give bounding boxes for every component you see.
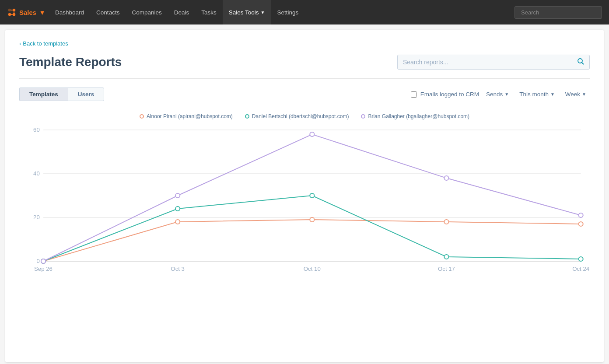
svg-point-24 [310, 217, 314, 222]
nav-items-list: Dashboard Contacts Companies Deals Tasks… [49, 0, 514, 24]
week-filter-dropdown[interactable]: Week ▼ [562, 89, 590, 99]
svg-point-25 [444, 220, 448, 224]
back-arrow-icon: ‹ [19, 40, 21, 47]
legend-dot-brian [361, 114, 365, 119]
tab-templates[interactable]: Templates [19, 88, 68, 101]
brand-caret: ▼ [39, 9, 46, 16]
legend-label-alnoor: Alnoor Pirani (apirani@hubspot.com) [147, 113, 233, 119]
svg-point-3 [8, 9, 11, 11]
nav-item-deals[interactable]: Deals [168, 0, 196, 24]
search-reports-wrap [397, 55, 590, 70]
tab-group: Templates Users [19, 88, 104, 101]
search-reports-input[interactable] [403, 59, 577, 66]
emails-logged-checkbox[interactable] [411, 91, 417, 98]
svg-text:Oct 24: Oct 24 [572, 266, 589, 272]
legend-dot-daniel [245, 114, 249, 119]
svg-line-8 [582, 63, 584, 64]
filters-right: Emails logged to CRM Sends ▼ This month … [411, 89, 590, 99]
nav-item-sales-tools[interactable]: Sales Tools ▼ [223, 0, 271, 24]
svg-point-2 [8, 13, 11, 16]
page-wrapper: ‹ Back to templates Template Reports Tem… [5, 30, 604, 362]
nav-item-contacts[interactable]: Contacts [90, 0, 126, 24]
emails-logged-label: Emails logged to CRM [420, 91, 479, 98]
svg-text:Sep 26: Sep 26 [34, 266, 52, 272]
sales-tools-caret: ▼ [261, 10, 265, 15]
sends-caret-icon: ▼ [504, 92, 509, 97]
back-to-templates-link[interactable]: ‹ Back to templates [19, 40, 590, 47]
legend-label-daniel: Daniel Bertschi (dbertschi@hubspot.com) [252, 113, 349, 119]
global-search-input[interactable] [514, 6, 602, 19]
svg-point-28 [175, 206, 180, 211]
svg-point-29 [310, 193, 314, 198]
legend-item-brian: Brian Gallagher (bgallagher@hubspot.com) [361, 113, 469, 119]
header-row: Template Reports [19, 55, 590, 70]
page-title: Template Reports [19, 55, 122, 69]
svg-point-23 [175, 220, 180, 224]
svg-text:0: 0 [36, 258, 39, 264]
svg-point-31 [579, 257, 583, 261]
legend-dot-alnoor [140, 114, 144, 119]
nav-item-companies[interactable]: Companies [126, 0, 168, 24]
svg-point-30 [444, 255, 448, 259]
nav-item-settings[interactable]: Settings [271, 0, 304, 24]
line-chart-svg: 0204060Sep 26Oct 3Oct 10Oct 17Oct 24 [19, 126, 590, 283]
svg-point-0 [13, 9, 15, 11]
this-month-caret-icon: ▼ [550, 92, 555, 97]
page-content: ‹ Back to templates Template Reports Tem… [5, 30, 604, 297]
svg-text:40: 40 [33, 170, 40, 177]
top-navigation: Sales ▼ Dashboard Contacts Companies Dea… [0, 0, 609, 24]
week-caret-icon: ▼ [582, 92, 586, 97]
brand-label: Sales [19, 9, 36, 16]
tab-users[interactable]: Users [68, 88, 105, 101]
search-icon [577, 58, 584, 65]
svg-point-33 [175, 193, 180, 198]
brand-logo[interactable]: Sales ▼ [7, 7, 46, 17]
svg-point-1 [13, 13, 15, 16]
nav-item-tasks[interactable]: Tasks [195, 0, 223, 24]
controls-row: Templates Users Emails logged to CRM Sen… [19, 88, 590, 101]
emails-logged-checkbox-label[interactable]: Emails logged to CRM [411, 91, 479, 98]
nav-item-dashboard[interactable]: Dashboard [49, 0, 90, 24]
back-link-label: Back to templates [23, 40, 68, 47]
legend-item-daniel: Daniel Bertschi (dbertschi@hubspot.com) [245, 113, 349, 119]
this-month-filter-dropdown[interactable]: This month ▼ [516, 89, 558, 99]
svg-point-26 [579, 222, 583, 226]
hubspot-icon [7, 7, 17, 17]
svg-point-35 [444, 176, 448, 180]
svg-text:20: 20 [33, 214, 40, 220]
sends-filter-dropdown[interactable]: Sends ▼ [483, 89, 512, 99]
svg-text:60: 60 [33, 126, 40, 133]
svg-text:Oct 17: Oct 17 [438, 266, 455, 272]
svg-point-32 [41, 259, 46, 263]
header-divider [19, 78, 590, 79]
svg-point-36 [579, 213, 583, 217]
legend-item-alnoor: Alnoor Pirani (apirani@hubspot.com) [140, 113, 233, 119]
svg-point-34 [310, 132, 314, 136]
svg-text:Oct 3: Oct 3 [171, 266, 185, 272]
legend-label-brian: Brian Gallagher (bgallagher@hubspot.com) [368, 113, 469, 119]
chart-legend: Alnoor Pirani (apirani@hubspot.com) Dani… [19, 113, 590, 119]
chart-container: Alnoor Pirani (apirani@hubspot.com) Dani… [19, 113, 590, 283]
search-reports-button[interactable] [577, 58, 584, 66]
svg-text:Oct 10: Oct 10 [304, 266, 321, 272]
